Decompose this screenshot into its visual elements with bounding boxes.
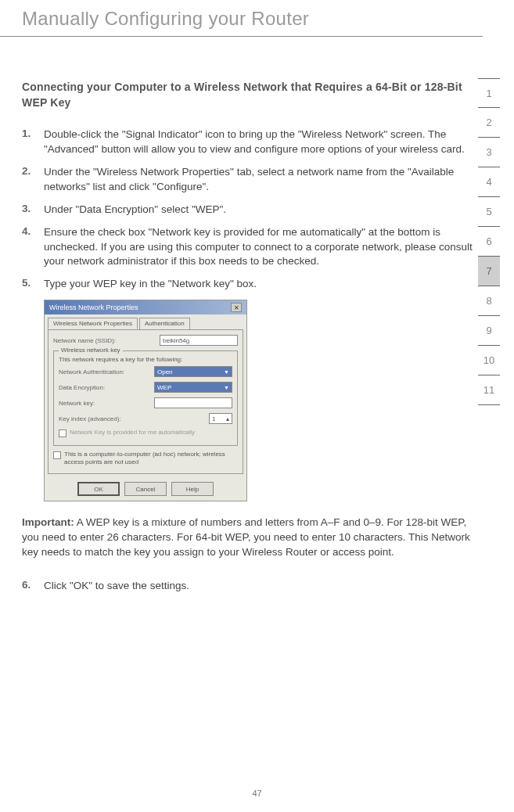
step-text: Click "OK" to save the settings. <box>44 579 189 594</box>
network-key-label: Network key: <box>59 400 154 407</box>
dialog-screenshot: Wireless Network Properties ✕ Wireless N… <box>44 300 247 501</box>
step-2: 2. Under the "Wireless Network Propertie… <box>22 165 479 195</box>
group-description: This network requires a key for the foll… <box>59 356 232 363</box>
nav-item-5[interactable]: 5 <box>478 197 500 227</box>
tab-properties[interactable]: Wireless Network Properties <box>48 318 138 329</box>
ssid-label: Network name (SSID): <box>53 337 160 344</box>
dialog-title: Wireless Network Properties <box>49 304 138 311</box>
dialog-button-row: OK Cancel Help <box>45 477 246 501</box>
step-number: 5. <box>22 277 44 292</box>
nav-item-7[interactable]: 7 <box>478 257 500 286</box>
auth-dropdown[interactable]: Open▼ <box>154 366 232 377</box>
step-text: Under the "Wireless Network Properties" … <box>44 165 479 195</box>
step-number: 6. <box>22 579 44 594</box>
step-number: 1. <box>22 128 44 157</box>
chevron-down-icon: ▼ <box>224 369 229 375</box>
adhoc-checkbox[interactable] <box>53 451 61 459</box>
nav-item-9[interactable]: 9 <box>478 316 500 346</box>
help-button[interactable]: Help <box>171 482 214 496</box>
key-index-spinner[interactable]: 1▴ <box>209 413 232 424</box>
step-text: Type your WEP key in the "Network key" b… <box>44 277 257 292</box>
auto-key-checkbox[interactable] <box>59 429 66 437</box>
step-3: 3. Under "Data Encryption" select "WEP". <box>22 203 479 217</box>
nav-item-1[interactable]: 1 <box>478 78 500 108</box>
nav-item-6[interactable]: 6 <box>478 227 500 257</box>
auto-key-label: Network Key is provided for me automatic… <box>70 429 195 437</box>
important-note: Important: A WEP key is a mixture of num… <box>22 516 479 560</box>
network-key-input[interactable] <box>154 397 232 408</box>
content-area: Connecting your Computer to a Wireless N… <box>0 37 514 594</box>
wireless-key-group: Wireless network key This network requir… <box>53 350 238 446</box>
page-number: 47 <box>0 789 514 798</box>
dialog-titlebar: Wireless Network Properties ✕ <box>45 300 246 314</box>
section-navigation: 1 2 3 4 5 6 7 8 9 10 11 <box>478 78 500 405</box>
encryption-label: Data Encryption: <box>59 384 154 391</box>
step-text: Ensure the check box "Network key is pro… <box>44 225 479 270</box>
important-label: Important: <box>22 516 74 528</box>
ssid-input[interactable]: belkin54g <box>160 335 238 346</box>
nav-item-2[interactable]: 2 <box>478 108 500 138</box>
dialog-body: Network name (SSID): belkin54g Wireless … <box>48 329 243 474</box>
page-title: Manually Configuring your Router <box>0 0 483 37</box>
dialog-tabs: Wireless Network Properties Authenticati… <box>45 314 246 329</box>
step-number: 4. <box>22 225 44 270</box>
encryption-dropdown[interactable]: WEP▼ <box>154 382 232 393</box>
nav-item-10[interactable]: 10 <box>478 346 500 375</box>
step-4: 4. Ensure the check box "Network key is … <box>22 225 479 270</box>
key-index-label: Key index (advanced): <box>59 415 209 422</box>
nav-item-8[interactable]: 8 <box>478 286 500 316</box>
nav-item-3[interactable]: 3 <box>478 138 500 167</box>
group-label: Wireless network key <box>59 347 123 354</box>
step-text: Under "Data Encryption" select "WEP". <box>44 203 226 217</box>
chevron-down-icon: ▼ <box>224 385 229 390</box>
close-icon[interactable]: ✕ <box>231 303 242 312</box>
step-number: 3. <box>22 203 44 217</box>
tab-authentication[interactable]: Authentication <box>139 318 190 329</box>
nav-item-4[interactable]: 4 <box>478 167 500 197</box>
ok-button[interactable]: OK <box>77 482 120 496</box>
step-1: 1. Double-click the "Signal Indicator" i… <box>22 128 479 157</box>
important-text: A WEP key is a mixture of numbers and le… <box>22 516 470 558</box>
cancel-button[interactable]: Cancel <box>124 482 167 496</box>
spinner-arrows-icon: ▴ <box>226 415 229 422</box>
nav-item-11[interactable]: 11 <box>478 375 500 405</box>
step-5: 5. Type your WEP key in the "Network key… <box>22 277 479 292</box>
adhoc-label: This is a computer-to-computer (ad hoc) … <box>64 451 238 465</box>
auth-label: Network Authentication: <box>59 368 154 375</box>
step-text: Double-click the "Signal Indicator" icon… <box>44 128 479 157</box>
section-heading: Connecting your Computer to a Wireless N… <box>22 80 479 110</box>
step-6: 6. Click "OK" to save the settings. <box>22 579 479 594</box>
step-number: 2. <box>22 165 44 195</box>
